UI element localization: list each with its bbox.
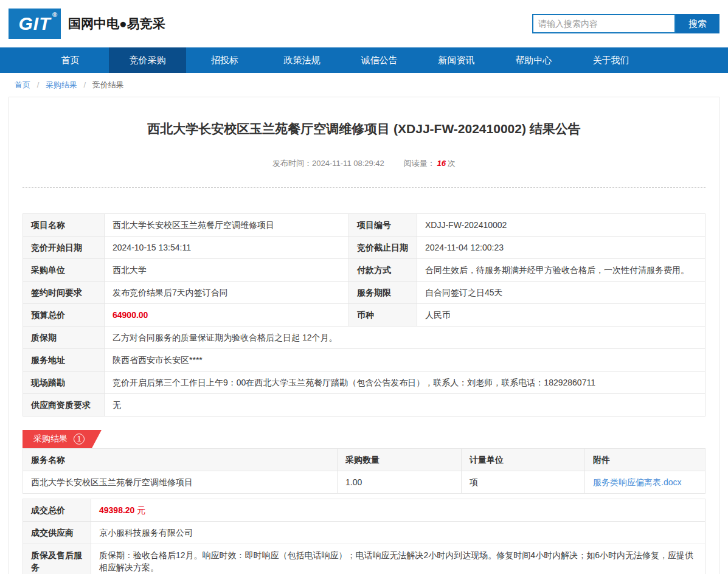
table-row: 项目名称 西北大学长安校区玉兰苑餐厅空调维修项目 项目编号 XDJJ-FW-20… <box>23 214 705 237</box>
view-count-label: 阅读量： <box>403 159 435 168</box>
field-label: 服务地址 <box>23 349 105 372</box>
publish-time: 发布时间：2024-11-11 08:29:42 <box>272 159 384 168</box>
table-header-row: 服务名称 采购数量 计量单位 附件 <box>23 449 705 471</box>
nav-item-help[interactable]: 帮助中心 <box>495 47 572 73</box>
field-value: 合同生效后，待服务期满并经甲方验收合格后，一次性付清服务费用。 <box>417 259 705 282</box>
unit-cell: 项 <box>462 471 585 494</box>
search-bar: 搜索 <box>532 14 719 33</box>
deal-price-cell: 49398.20 元 <box>91 499 705 522</box>
publish-time-value: 2024-11-11 08:29:42 <box>312 159 384 168</box>
table-row: 竞价开始日期 2024-10-15 13:54:11 竞价截止日期 2024-1… <box>23 237 705 259</box>
quantity-cell: 1.00 <box>338 471 462 494</box>
field-label: 付款方式 <box>349 259 417 282</box>
table-row: 签约时间要求 发布竞价结果后7天内签订合同 服务期限 自合同签订之日45天 <box>23 282 705 304</box>
table-row: 预算总价 64900.00 币种 人民币 <box>23 304 705 327</box>
view-count-value: 16 <box>437 159 445 168</box>
field-value: 西北大学长安校区玉兰苑餐厅空调维修项目 <box>105 214 349 237</box>
field-label: 成交供应商 <box>23 522 91 544</box>
field-value: 陕西省西安市长安区**** <box>105 349 705 372</box>
breadcrumb-home[interactable]: 首页 <box>15 80 30 89</box>
table-row: 质保期 乙方对合同服务的质量保证期为验收合格后之日起 12个月。 <box>23 327 705 349</box>
field-label: 质保及售后服务 <box>23 544 91 574</box>
logo-text: GIT <box>19 13 51 34</box>
field-label: 服务期限 <box>349 282 417 304</box>
nav-item-tender[interactable]: 招投标 <box>186 47 263 73</box>
field-value: 自合同签订之日45天 <box>417 282 705 304</box>
project-info-table: 项目名称 西北大学长安校区玉兰苑餐厅空调维修项目 项目编号 XDJJ-FW-20… <box>23 213 705 417</box>
field-label: 竞价开始日期 <box>23 237 105 259</box>
field-value: XDJJ-FW-202410002 <box>417 214 705 237</box>
search-button[interactable]: 搜索 <box>676 14 719 33</box>
field-label: 成交总价 <box>23 499 91 522</box>
attachment-link[interactable]: 服务类响应偏离表.docx <box>593 477 681 487</box>
page-title: 西北大学长安校区玉兰苑餐厅空调维修项目 (XDJJ-FW-202410002) … <box>23 120 705 137</box>
result-items-table: 服务名称 采购数量 计量单位 附件 西北大学长安校区玉兰苑餐厅空调维修项目 1.… <box>23 448 705 494</box>
table-row: 服务地址 陕西省西安市长安区**** <box>23 349 705 372</box>
field-value: 西北大学 <box>105 259 349 282</box>
table-row: 采购单位 西北大学 付款方式 合同生效后，待服务期满并经甲方验收合格后，一次性付… <box>23 259 705 282</box>
table-row: 供应商资质要求 无 <box>23 394 705 417</box>
registered-trademark-icon: ® <box>52 11 58 18</box>
deal-price-value: 49398.20 <box>99 505 134 515</box>
nav-item-bidding-purchase[interactable]: 竞价采购 <box>109 47 186 73</box>
service-name-cell: 西北大学长安校区玉兰苑餐厅空调维修项目 <box>23 471 338 494</box>
result-summary-table: 成交总价 49398.20 元 成交供应商 京小服科技服务有限公司 质保及售后服… <box>23 499 705 574</box>
supplier-value: 京小服科技服务有限公司 <box>91 522 705 544</box>
breadcrumb-current: 竞价结果 <box>92 80 124 89</box>
nav-item-policy[interactable]: 政策法规 <box>263 47 341 73</box>
table-row: 西北大学长安校区玉兰苑餐厅空调维修项目 1.00 项 服务类响应偏离表.docx <box>23 471 705 494</box>
field-value: 竞价开启后第三个工作日上午9：00在西北大学玉兰苑餐厅踏勘（包含公告发布日），联… <box>105 372 705 394</box>
breadcrumb-separator: / <box>84 80 86 89</box>
main-nav: 首页 竞价采购 招投标 政策法规 诚信公告 新闻资讯 帮助中心 关于我们 <box>0 47 728 73</box>
field-value: 2024-11-04 12:00:23 <box>417 237 705 259</box>
field-label: 币种 <box>349 304 417 327</box>
result-count-badge: 1 <box>74 434 85 444</box>
deal-price-unit: 元 <box>137 505 145 515</box>
breadcrumb-separator: / <box>37 80 40 89</box>
announcement-card: 西北大学长安校区玉兰苑餐厅空调维修项目 (XDJJ-FW-202410002) … <box>9 97 719 574</box>
table-row: 成交总价 49398.20 元 <box>23 499 705 522</box>
nav-item-news[interactable]: 新闻资讯 <box>418 47 495 73</box>
column-header-quantity: 采购数量 <box>338 449 462 471</box>
warranty-value: 质保期：验收合格后12月。响应时效：即时响应（包括电话响应）；电话响应无法解决2… <box>91 544 705 574</box>
field-label: 采购单位 <box>23 259 105 282</box>
page-header: GIT ® 国网中电●易竞采 搜索 <box>0 0 728 47</box>
view-count: 阅读量：16次 <box>403 159 455 168</box>
breadcrumb-purchase-results[interactable]: 采购结果 <box>46 80 77 89</box>
ribbon-label: 采购结果 <box>33 434 68 444</box>
table-row: 质保及售后服务 质保期：验收合格后12月。响应时效：即时响应（包括电话响应）；电… <box>23 544 705 574</box>
field-value: 2024-10-15 13:54:11 <box>105 237 349 259</box>
publish-time-label: 发布时间： <box>272 159 312 168</box>
table-row: 现场踏勘 竞价开启后第三个工作日上午9：00在西北大学玉兰苑餐厅踏勘（包含公告发… <box>23 372 705 394</box>
column-header-unit: 计量单位 <box>462 449 585 471</box>
nav-item-home[interactable]: 首页 <box>32 47 109 73</box>
field-label: 签约时间要求 <box>23 282 105 304</box>
budget-total-value: 64900.00 <box>105 304 349 327</box>
field-value: 发布竞价结果后7天内签订合同 <box>105 282 349 304</box>
nav-item-integrity[interactable]: 诚信公告 <box>341 47 418 73</box>
purchase-result-ribbon: 采购结果 1 <box>23 430 102 448</box>
nav-item-about[interactable]: 关于我们 <box>572 47 650 73</box>
column-header-service-name: 服务名称 <box>23 449 338 471</box>
field-label: 竞价截止日期 <box>349 237 417 259</box>
table-row: 成交供应商 京小服科技服务有限公司 <box>23 522 705 544</box>
field-label: 质保期 <box>23 327 105 349</box>
field-label: 预算总价 <box>23 304 105 327</box>
field-value: 乙方对合同服务的质量保证期为验收合格后之日起 12个月。 <box>105 327 705 349</box>
field-label: 供应商资质要求 <box>23 394 105 417</box>
field-value: 无 <box>105 394 705 417</box>
site-logo[interactable]: GIT ® <box>9 9 61 39</box>
site-title: 国网中电●易竞采 <box>68 15 165 32</box>
search-input[interactable] <box>532 14 676 33</box>
field-label: 现场踏勘 <box>23 372 105 394</box>
field-value: 人民币 <box>417 304 705 327</box>
attachment-cell: 服务类响应偏离表.docx <box>585 471 705 494</box>
article-meta: 发布时间：2024-11-11 08:29:42 阅读量：16次 <box>23 158 705 188</box>
field-label: 项目编号 <box>349 214 417 237</box>
view-count-unit: 次 <box>448 159 456 168</box>
breadcrumb: 首页 / 采购结果 / 竞价结果 <box>0 73 728 97</box>
column-header-attachment: 附件 <box>585 449 705 471</box>
field-label: 项目名称 <box>23 214 105 237</box>
